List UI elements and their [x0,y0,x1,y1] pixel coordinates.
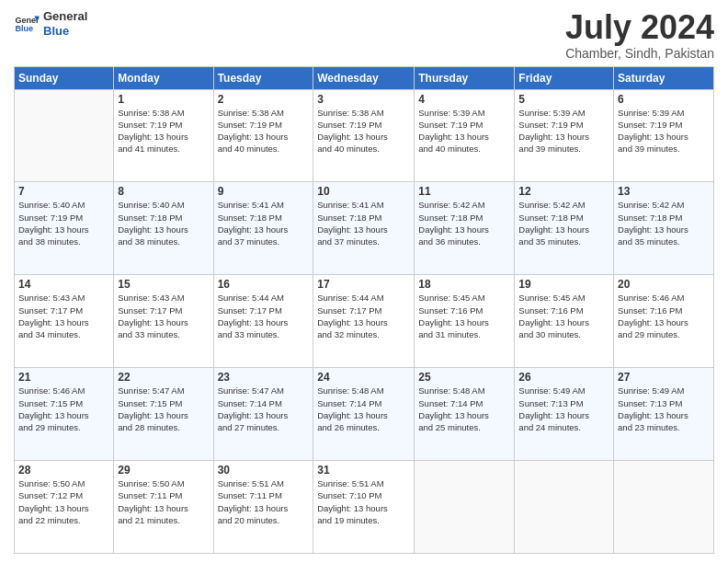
day-number: 30 [218,464,310,477]
day-info: Sunrise: 5:42 AMSunset: 7:18 PMDaylight:… [618,199,710,247]
day-number: 4 [418,93,510,106]
calendar-cell: 24Sunrise: 5:48 AMSunset: 7:14 PMDayligh… [313,368,415,461]
header-day: Friday [515,66,614,89]
day-info: Sunrise: 5:39 AMSunset: 7:19 PMDaylight:… [618,107,710,155]
day-number: 15 [118,278,209,291]
header-day: Saturday [614,66,714,89]
calendar-cell: 1Sunrise: 5:38 AMSunset: 7:19 PMDaylight… [114,89,213,182]
day-number: 3 [317,93,410,106]
calendar-cell: 25Sunrise: 5:48 AMSunset: 7:14 PMDayligh… [415,368,515,461]
day-number: 13 [618,185,710,198]
day-info: Sunrise: 5:51 AMSunset: 7:11 PMDaylight:… [218,477,310,526]
day-number: 24 [317,371,410,384]
calendar-cell: 11Sunrise: 5:42 AMSunset: 7:18 PMDayligh… [415,182,515,275]
day-info: Sunrise: 5:41 AMSunset: 7:18 PMDaylight:… [317,199,410,247]
day-number: 29 [118,464,209,477]
header-day: Wednesday [313,66,415,89]
week-row: 21Sunrise: 5:46 AMSunset: 7:15 PMDayligh… [15,368,714,461]
day-info: Sunrise: 5:40 AMSunset: 7:19 PMDaylight:… [18,199,109,247]
day-info: Sunrise: 5:39 AMSunset: 7:19 PMDaylight:… [518,107,609,155]
day-number: 16 [218,278,310,291]
header: General Blue General Blue July 2024 Cham… [14,9,714,61]
calendar-cell: 6Sunrise: 5:39 AMSunset: 7:19 PMDaylight… [614,89,714,182]
day-number: 5 [518,93,609,106]
calendar-cell: 12Sunrise: 5:42 AMSunset: 7:18 PMDayligh… [515,182,614,275]
calendar-cell: 16Sunrise: 5:44 AMSunset: 7:17 PMDayligh… [213,275,313,368]
calendar-cell: 3Sunrise: 5:38 AMSunset: 7:19 PMDaylight… [313,89,415,182]
day-info: Sunrise: 5:45 AMSunset: 7:16 PMDaylight:… [518,292,609,340]
calendar-cell: 26Sunrise: 5:49 AMSunset: 7:13 PMDayligh… [515,368,614,461]
logo-line2: Blue [43,24,87,39]
day-info: Sunrise: 5:38 AMSunset: 7:19 PMDaylight:… [317,107,410,155]
week-row: 28Sunrise: 5:50 AMSunset: 7:12 PMDayligh… [15,461,714,554]
day-info: Sunrise: 5:44 AMSunset: 7:17 PMDaylight:… [317,292,410,340]
day-info: Sunrise: 5:42 AMSunset: 7:18 PMDaylight:… [418,199,510,247]
day-number: 22 [118,371,209,384]
day-info: Sunrise: 5:41 AMSunset: 7:18 PMDaylight:… [218,199,310,247]
day-number: 20 [618,278,710,291]
logo: General Blue General Blue [14,9,87,38]
day-number: 9 [218,185,310,198]
calendar-cell: 7Sunrise: 5:40 AMSunset: 7:19 PMDaylight… [15,182,114,275]
day-info: Sunrise: 5:38 AMSunset: 7:19 PMDaylight:… [118,107,209,155]
day-number: 21 [18,371,109,384]
day-info: Sunrise: 5:50 AMSunset: 7:11 PMDaylight:… [118,477,209,526]
calendar-cell: 22Sunrise: 5:47 AMSunset: 7:15 PMDayligh… [114,368,213,461]
day-info: Sunrise: 5:49 AMSunset: 7:13 PMDaylight:… [518,385,609,433]
day-info: Sunrise: 5:38 AMSunset: 7:19 PMDaylight:… [218,107,310,155]
day-info: Sunrise: 5:49 AMSunset: 7:13 PMDaylight:… [618,385,710,433]
calendar-cell: 23Sunrise: 5:47 AMSunset: 7:14 PMDayligh… [213,368,313,461]
calendar-cell: 20Sunrise: 5:46 AMSunset: 7:16 PMDayligh… [614,275,714,368]
calendar-cell: 28Sunrise: 5:50 AMSunset: 7:12 PMDayligh… [15,461,114,554]
calendar-cell [15,89,114,182]
day-info: Sunrise: 5:48 AMSunset: 7:14 PMDaylight:… [418,385,510,433]
day-number: 28 [18,464,109,477]
day-number: 14 [18,278,109,291]
day-number: 26 [518,371,609,384]
calendar-cell: 4Sunrise: 5:39 AMSunset: 7:19 PMDaylight… [415,89,515,182]
day-number: 27 [618,371,710,384]
calendar-cell [614,461,714,554]
title-block: July 2024 Chamber, Sindh, Pakistan [565,9,714,61]
day-info: Sunrise: 5:47 AMSunset: 7:15 PMDaylight:… [118,385,209,433]
calendar-cell: 2Sunrise: 5:38 AMSunset: 7:19 PMDaylight… [213,89,313,182]
calendar-cell: 15Sunrise: 5:43 AMSunset: 7:17 PMDayligh… [114,275,213,368]
subtitle: Chamber, Sindh, Pakistan [565,46,714,61]
svg-text:Blue: Blue [15,24,33,33]
calendar-cell: 29Sunrise: 5:50 AMSunset: 7:11 PMDayligh… [114,461,213,554]
calendar-cell: 18Sunrise: 5:45 AMSunset: 7:16 PMDayligh… [415,275,515,368]
day-info: Sunrise: 5:39 AMSunset: 7:19 PMDaylight:… [418,107,510,155]
day-number: 17 [317,278,410,291]
day-info: Sunrise: 5:46 AMSunset: 7:15 PMDaylight:… [18,385,109,433]
day-number: 31 [317,464,410,477]
day-number: 8 [118,185,209,198]
calendar-cell: 5Sunrise: 5:39 AMSunset: 7:19 PMDaylight… [515,89,614,182]
day-info: Sunrise: 5:44 AMSunset: 7:17 PMDaylight:… [218,292,310,340]
day-number: 6 [618,93,710,106]
day-info: Sunrise: 5:46 AMSunset: 7:16 PMDaylight:… [618,292,710,340]
day-number: 10 [317,185,410,198]
calendar-cell: 31Sunrise: 5:51 AMSunset: 7:10 PMDayligh… [313,461,415,554]
calendar-cell: 27Sunrise: 5:49 AMSunset: 7:13 PMDayligh… [614,368,714,461]
calendar-cell: 10Sunrise: 5:41 AMSunset: 7:18 PMDayligh… [313,182,415,275]
day-number: 7 [18,185,109,198]
day-info: Sunrise: 5:43 AMSunset: 7:17 PMDaylight:… [18,292,109,340]
header-day: Monday [114,66,213,89]
day-number: 2 [218,93,310,106]
day-info: Sunrise: 5:42 AMSunset: 7:18 PMDaylight:… [518,199,609,247]
calendar-cell: 19Sunrise: 5:45 AMSunset: 7:16 PMDayligh… [515,275,614,368]
day-info: Sunrise: 5:51 AMSunset: 7:10 PMDaylight:… [317,477,410,526]
calendar-cell: 17Sunrise: 5:44 AMSunset: 7:17 PMDayligh… [313,275,415,368]
calendar-cell: 13Sunrise: 5:42 AMSunset: 7:18 PMDayligh… [614,182,714,275]
calendar-cell: 8Sunrise: 5:40 AMSunset: 7:18 PMDaylight… [114,182,213,275]
calendar-cell: 9Sunrise: 5:41 AMSunset: 7:18 PMDaylight… [213,182,313,275]
calendar-cell: 30Sunrise: 5:51 AMSunset: 7:11 PMDayligh… [213,461,313,554]
day-info: Sunrise: 5:48 AMSunset: 7:14 PMDaylight:… [317,385,410,433]
header-row: SundayMondayTuesdayWednesdayThursdayFrid… [15,66,714,89]
day-number: 23 [218,371,310,384]
day-number: 11 [418,185,510,198]
header-day: Thursday [415,66,515,89]
week-row: 7Sunrise: 5:40 AMSunset: 7:19 PMDaylight… [15,182,714,275]
day-number: 18 [418,278,510,291]
day-info: Sunrise: 5:50 AMSunset: 7:12 PMDaylight:… [18,477,109,526]
